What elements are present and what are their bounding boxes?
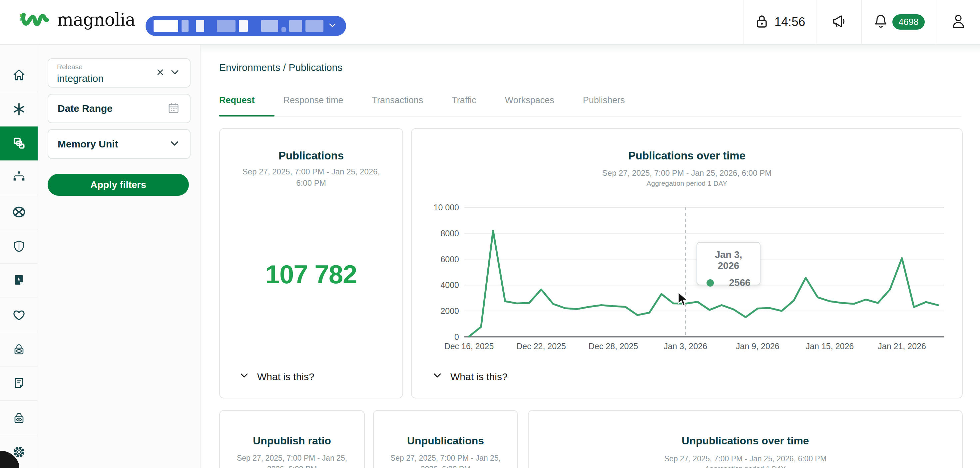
- card-title: Unpublications: [374, 435, 517, 447]
- app-sidebar: [0, 44, 38, 468]
- chevron-down-icon[interactable]: [169, 67, 181, 79]
- card-title: Unpublications over time: [529, 435, 962, 447]
- card-date-range: Sep 27, 2025, 7:00 PM - Jan 25, 2026, 6:…: [220, 166, 402, 189]
- tooltip-date: Jan 3, 2026: [706, 249, 751, 271]
- sidebar-item-environments[interactable]: [0, 127, 38, 161]
- card-title: Unpublish ratio: [220, 435, 364, 447]
- filters-panel: Release integration Date Range Memory Un…: [38, 44, 200, 468]
- clear-icon[interactable]: [155, 67, 165, 79]
- announcements-button[interactable]: [816, 0, 861, 44]
- tab-bar: Request Response time Transactions Traff…: [219, 95, 625, 114]
- tab-workspaces[interactable]: Workspaces: [505, 95, 554, 114]
- card-date-range: Sep 27, 2025, 7:00 PM - Jan 25, 2026, 6:…: [230, 453, 354, 468]
- svg-text:Jan 3, 2026: Jan 3, 2026: [663, 341, 707, 351]
- top-shadow: [200, 44, 980, 53]
- publications-total: 107 782: [220, 259, 402, 290]
- sidebar-item-history[interactable]: [0, 263, 38, 298]
- notifications-count-badge: 4698: [892, 14, 924, 30]
- tooltip-value: 2566: [729, 277, 751, 288]
- unpublications-over-time-card: Unpublications over time Sep 27, 2025, 7…: [528, 410, 963, 468]
- date-range-filter[interactable]: Date Range: [48, 94, 191, 123]
- home-icon: [11, 67, 27, 82]
- svg-text:Dec 28, 2025: Dec 28, 2025: [589, 341, 638, 351]
- card-title: Publications: [220, 149, 402, 162]
- notifications-button[interactable]: 4698: [862, 0, 935, 44]
- unpublish-ratio-card: Unpublish ratio Sep 27, 2025, 7:00 PM - …: [219, 410, 365, 468]
- bell-icon: [872, 13, 889, 31]
- file-clock-icon: [12, 273, 26, 288]
- tab-request[interactable]: Request: [219, 95, 255, 114]
- sidebar-item-secrets[interactable]: [0, 332, 38, 366]
- svg-text:Jan 21, 2026: Jan 21, 2026: [878, 341, 926, 351]
- environment-selector[interactable]: [146, 16, 346, 36]
- sidebar-item-vault[interactable]: [0, 401, 38, 435]
- chart-tooltip: Jan 3, 2026 2566: [697, 242, 760, 285]
- what-is-this-label: What is this?: [450, 371, 508, 382]
- memory-unit-label: Memory Unit: [57, 138, 118, 150]
- session-time: 14:56: [775, 15, 805, 29]
- asterisk-icon: [11, 102, 27, 117]
- sidebar-item-apps[interactable]: [0, 92, 38, 127]
- chevron-down-icon[interactable]: [169, 138, 181, 151]
- breadcrumb[interactable]: Environments / Publications: [219, 62, 342, 73]
- main-content: Environments / Publications Request Resp…: [200, 44, 980, 468]
- svg-text:2000: 2000: [441, 306, 459, 316]
- card-date-range: Sep 27, 2025, 7:00 PM - Jan 25, 2026, 6:…: [384, 453, 508, 468]
- unpublications-card: Unpublications Sep 27, 2025, 7:00 PM - J…: [373, 410, 518, 468]
- tab-transactions[interactable]: Transactions: [372, 95, 423, 114]
- cascading-squares-icon: [11, 135, 27, 151]
- tabs-active-indicator: [219, 115, 274, 116]
- memory-unit-filter[interactable]: Memory Unit: [48, 129, 191, 159]
- magnolia-logo-icon: [19, 10, 52, 30]
- sidebar-item-network[interactable]: [0, 195, 38, 229]
- magnolia-dashboard: magnolia 14:56: [0, 0, 980, 468]
- brand-name: magnolia: [57, 10, 135, 30]
- tabs-underline: [219, 116, 961, 116]
- chevron-down-icon: [239, 370, 249, 383]
- topbar: magnolia 14:56: [0, 0, 980, 44]
- lock-eye-icon: [12, 342, 26, 357]
- chevron-down-icon: [433, 370, 442, 383]
- note-icon: [12, 376, 26, 391]
- tab-response-time[interactable]: Response time: [283, 95, 344, 114]
- chevron-down-icon: [327, 20, 338, 32]
- svg-text:Dec 16, 2025: Dec 16, 2025: [444, 341, 494, 351]
- svg-text:Jan 15, 2026: Jan 15, 2026: [806, 341, 854, 351]
- publications-card: Publications Sep 27, 2025, 7:00 PM - Jan…: [219, 128, 403, 398]
- release-label: Release: [57, 63, 83, 71]
- magnolia-logo[interactable]: magnolia: [19, 10, 135, 30]
- tab-publishers[interactable]: Publishers: [583, 95, 625, 114]
- svg-text:4000: 4000: [441, 280, 459, 290]
- lock-eye-icon: [12, 411, 26, 425]
- calendar-icon[interactable]: [167, 101, 181, 116]
- megaphone-icon: [830, 13, 848, 31]
- sidebar-item-security[interactable]: [0, 229, 38, 263]
- publications-chart[interactable]: 0200040006000800010 000Dec 16, 2025Dec 2…: [412, 129, 962, 398]
- what-is-this-toggle[interactable]: What is this?: [433, 370, 508, 383]
- svg-text:6000: 6000: [441, 255, 459, 264]
- globe-blocked-icon: [11, 204, 27, 220]
- sidebar-item-health[interactable]: [0, 298, 38, 332]
- series-dot-icon: [706, 279, 714, 287]
- apply-filters-button[interactable]: Apply filters: [48, 174, 189, 196]
- person-icon: [950, 13, 967, 31]
- release-value: integration: [57, 73, 103, 84]
- sidebar-item-hierarchy[interactable]: [0, 161, 38, 195]
- release-filter[interactable]: Release integration: [48, 58, 191, 87]
- svg-text:8000: 8000: [441, 228, 459, 238]
- session-timer[interactable]: 14:56: [743, 0, 815, 44]
- tab-traffic[interactable]: Traffic: [452, 95, 476, 114]
- svg-text:10 000: 10 000: [434, 203, 459, 212]
- heart-icon: [11, 307, 27, 322]
- sitemap-icon: [11, 170, 27, 186]
- sidebar-item-logs[interactable]: [0, 366, 38, 401]
- svg-text:Dec 22, 2025: Dec 22, 2025: [516, 341, 566, 351]
- svg-text:0: 0: [454, 332, 459, 341]
- user-menu-button[interactable]: [936, 0, 980, 44]
- what-is-this-toggle[interactable]: What is this?: [239, 370, 315, 383]
- card-date-range: Sep 27, 2025, 7:00 PM - Jan 25, 2026, 6:…: [539, 453, 952, 464]
- shield-icon: [12, 239, 26, 254]
- sidebar-item-home[interactable]: [0, 58, 38, 92]
- lock-icon: [754, 13, 770, 31]
- svg-text:Jan 9, 2026: Jan 9, 2026: [736, 341, 780, 351]
